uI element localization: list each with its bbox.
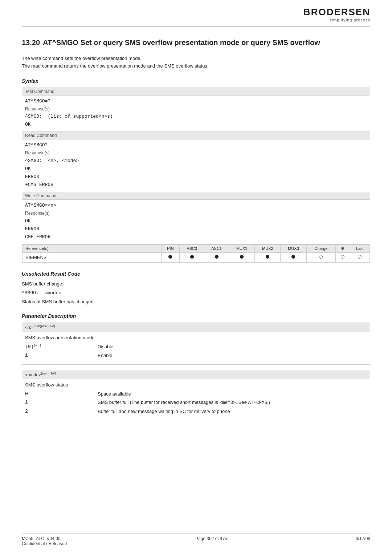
syntax-block-test-body: AT^SMGO=? Response(s) ^SMGO: (list of su… (22, 96, 370, 132)
ref-col-header-name: Reference(s) (23, 244, 162, 252)
syntax-block-write: Write Command AT^SMGO=<n> Response(s) OK… (22, 192, 370, 244)
param-n-val0: [0](&F) (25, 343, 98, 351)
table-row: SIEMENS (23, 252, 370, 262)
footer-page: Page 362 of 475 (195, 536, 227, 541)
syntax-heading: Syntax (22, 78, 370, 84)
urc-code: ^SMGO: <mode> (22, 289, 370, 297)
section-number: 13.20 (22, 39, 40, 46)
ref-col-asc1: ASC1 (204, 244, 229, 252)
read-resp-label: Response(s) (25, 149, 367, 157)
syntax-block-read: Read Command AT^SMGO? Response(s) ^SMGO:… (22, 131, 370, 192)
page: BRODERSEN simplifying process 13.20AT^SM… (0, 0, 392, 555)
read-resp3: ERROR (25, 173, 367, 181)
section-title-text: AT^SMGO Set or query SMS overflow presen… (43, 39, 320, 46)
syntax-block-write-header: Write Command (22, 192, 370, 200)
write-resp1: OK (25, 217, 367, 225)
syntax-block-test-header: Test Command (22, 88, 370, 96)
write-resp3: CME ERROR (25, 233, 367, 241)
urc-desc: Status of SMS buffer has changed. (22, 298, 370, 306)
param-block-n: <n>(num)(&W)(&V) SMS overflow presentati… (22, 323, 370, 364)
dot-empty-last (358, 255, 362, 259)
param-n-desc: SMS overflow presentation mode (25, 335, 367, 340)
urc-label: SMS buffer change: (22, 280, 370, 288)
write-resp-label: Response(s) (25, 210, 367, 217)
param-row: 1 SMS buffer full (The buffer for receiv… (25, 399, 367, 406)
syntax-block-read-header: Read Command (22, 132, 370, 139)
param-mode-desc: SMS overflow status (25, 382, 367, 388)
param-mode-val0: 0 (25, 390, 98, 398)
urc-section: Unsolicited Result Code SMS buffer chang… (22, 271, 370, 306)
param-mode-meaning0: Space available (98, 390, 367, 398)
param-mode-meaning2: Buffer full and new message waiting in S… (98, 408, 367, 415)
page-header: BRODERSEN simplifying process (22, 0, 370, 27)
logo-area: BRODERSEN simplifying process (303, 7, 370, 22)
param-section: Parameter Description <n>(num)(&W)(&V) S… (22, 313, 370, 420)
read-resp1: ^SMGO: <n>, <mode> (25, 157, 367, 165)
ref-col-pin: PIN (161, 244, 179, 252)
param-n-header: <n>(num)(&W)(&V) (22, 323, 370, 332)
logo-text: BRODERSEN (303, 7, 370, 18)
footer-center: Page 362 of 475 (195, 536, 227, 546)
test-resp1: ^SMGO: (list of supported<n>s) (25, 113, 367, 121)
param-mode-meaning1: SMS buffer full (The buffer for received… (98, 399, 367, 406)
ref-asc1-val (204, 252, 229, 262)
footer-left: MC55_ATC_V04.00 Confidential / Released (22, 536, 67, 546)
ref-siemens-name: SIEMENS (23, 252, 162, 262)
intro-line1: The write command sets the overflow pres… (22, 55, 370, 62)
param-n-meaning0: Disable (98, 343, 367, 351)
param-mode-body: SMS overflow status 0 Space available 1 … (22, 379, 370, 421)
ref-col-mux3: MUX3 (281, 244, 306, 252)
write-resp2: ERROR (25, 225, 367, 233)
param-mode-header: <mode>(num)(&V) (22, 370, 370, 379)
ref-asc0-val (180, 252, 204, 262)
param-n-body: SMS overflow presentation mode [0](&F) D… (22, 332, 370, 364)
dot-filled-asc0 (190, 255, 194, 259)
param-mode-val1: 1 (25, 399, 98, 406)
dot-filled-mux1 (240, 255, 244, 259)
test-resp-label: Response(s) (25, 105, 367, 113)
ref-col-charge: Charge (306, 244, 336, 252)
param-row: 0 Space available (25, 390, 367, 398)
ref-col-mux1: MUX1 (229, 244, 255, 252)
param-row: 1 Enable (25, 352, 367, 359)
ref-col-asc0: ASC0 (180, 244, 204, 252)
ref-icon-val (336, 252, 350, 262)
param-mode-val2: 2 (25, 408, 98, 415)
param-n-meaning1: Enable (98, 352, 367, 359)
ref-col-last: Last (350, 244, 369, 252)
dot-filled-mux2 (266, 255, 269, 259)
ref-col-mux2: MUX2 (255, 244, 281, 252)
footer-date: 3/17/06 (356, 536, 370, 541)
footer-doc-id: MC55_ATC_V04.00 (22, 536, 67, 541)
ref-last-val (350, 252, 369, 262)
syntax-container: Test Command AT^SMGO=? Response(s) ^SMGO… (22, 88, 370, 263)
dot-filled-mux3 (291, 255, 295, 259)
ref-mux2-val (255, 252, 281, 262)
read-resp2: OK (25, 165, 367, 173)
ref-charge-val (306, 252, 336, 262)
footer-right: 3/17/06 (356, 536, 370, 546)
syntax-block-read-body: AT^SMGO? Response(s) ^SMGO: <n>, <mode> … (22, 139, 370, 192)
logo-sub: simplifying process (303, 18, 370, 22)
test-resp2: OK (25, 121, 367, 129)
read-cmd: AT^SMGO? (25, 141, 367, 149)
dot-filled-pin (168, 255, 172, 259)
ref-col-icon: ⚙ (336, 244, 350, 252)
syntax-block-ref: Reference(s) PIN ASC0 ASC1 MUX1 MUX2 MUX… (22, 244, 370, 263)
intro-text: The write command sets the overflow pres… (22, 55, 370, 70)
read-resp4: +CMS ERROR (25, 181, 367, 189)
write-cmd: AT^SMGO=<n> (25, 202, 367, 210)
param-row: [0](&F) Disable (25, 343, 367, 351)
reference-table: Reference(s) PIN ASC0 ASC1 MUX1 MUX2 MUX… (22, 244, 370, 262)
footer-confidential: Confidential / Released (22, 541, 67, 546)
page-footer: MC55_ATC_V04.00 Confidential / Released … (22, 534, 370, 546)
mem3-code: <mem3> (220, 400, 236, 405)
test-cmd: AT^SMGO=? (25, 97, 367, 105)
section-title: 13.20AT^SMGO Set or query SMS overflow p… (22, 37, 370, 48)
ref-mux3-val (281, 252, 306, 262)
param-n-val1: 1 (25, 352, 98, 359)
dot-empty-charge (319, 255, 323, 259)
param-block-mode: <mode>(num)(&V) SMS overflow status 0 Sp… (22, 370, 370, 421)
ref-mux1-val (229, 252, 255, 262)
ref-pin-val (161, 252, 179, 262)
